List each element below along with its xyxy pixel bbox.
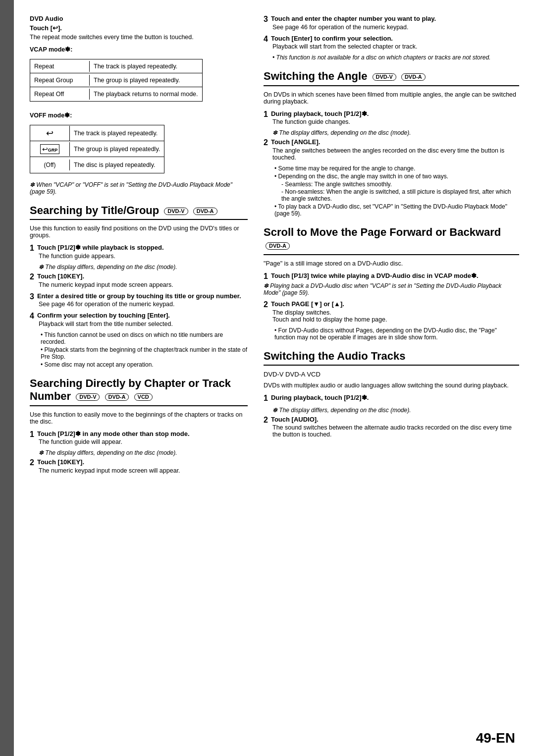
side-tab xyxy=(0,0,14,756)
audio-step-1-num: 1 xyxy=(264,394,268,403)
title-step-1-body: The function guide appears. xyxy=(39,253,248,260)
angle-step-1-header: 1 During playback, touch [P1/2]✽. xyxy=(264,110,519,119)
scroll-step-1-text: Touch [P1/3] twice while playing a DVD-A… xyxy=(271,272,479,281)
searching-chapter-intro: Use this function to easily move to the … xyxy=(30,411,248,425)
chapter-step-2-text: Touch [10KEY]. xyxy=(37,458,84,467)
voff-desc-3: The disc is played repeatedly. xyxy=(70,160,164,170)
chapter-step-3: 3 Touch and enter the chapter number you… xyxy=(264,15,519,31)
angle-italic-1: ✽ The display differs, depending on the … xyxy=(272,129,519,136)
searching-chapter-section: Searching Directly by Chapter or TrackNu… xyxy=(30,377,248,474)
scroll-step-1-header: 1 Touch [P1/3] twice while playing a DVD… xyxy=(264,272,519,281)
voff-row-3: (Off) The disc is played repeatedly. xyxy=(30,157,164,173)
badge-dvdv-1: DVD-V xyxy=(164,208,188,215)
title-step-4-body: Playback will start from the title numbe… xyxy=(39,321,248,327)
angle-sub-2: Non-seamless: When the angle is switched… xyxy=(281,188,519,202)
dvd-audio-section: DVD Audio Touch [↩]. The repeat mode swi… xyxy=(30,15,248,195)
repeat-label-3: Repeat Off xyxy=(30,89,90,100)
searching-title-group-title: Searching by Title/Group xyxy=(30,204,159,216)
page-number: 49-EN xyxy=(476,730,515,746)
title-bullet-3: Some disc may not accept any operation. xyxy=(41,361,248,368)
title-step-2: 2 Touch [10KEY]. The numeric keypad inpu… xyxy=(30,272,248,288)
badge-dvda-1: DVD-A xyxy=(193,208,217,215)
chapter-step-1-num: 1 xyxy=(30,430,34,439)
angle-step-2-text: Touch [ANGLE]. xyxy=(271,138,320,147)
title-bullet-2: Playback starts from the beginning of th… xyxy=(41,346,248,360)
chapter-step-4-body: Playback will start from the selected ch… xyxy=(272,43,519,50)
scroll-step-2-text: Touch PAGE [▼] or [▲]. xyxy=(271,300,344,309)
audio-step-1: 1 During playback, touch [P1/2]✽. xyxy=(264,394,519,403)
scroll-step-2-header: 2 Touch PAGE [▼] or [▲]. xyxy=(264,300,519,309)
chapter-step-2-body: The numeric keypad input mode screen wil… xyxy=(39,467,248,474)
chapter-step-3-num: 3 xyxy=(264,15,268,24)
audio-step-2-text: Touch [AUDIO]. xyxy=(271,416,319,425)
angle-step-2-num: 2 xyxy=(264,138,268,147)
title-step-4-num: 4 xyxy=(30,312,34,321)
badge-dvda-5: DVD-A xyxy=(285,371,305,378)
title-step-2-num: 2 xyxy=(30,272,34,281)
badge-vcd-2: VCD xyxy=(307,371,320,378)
title-step-3-num: 3 xyxy=(30,292,34,301)
searching-title-intro: Use this function to easily find positio… xyxy=(30,225,248,239)
chapter-step-4: 4 Touch [Enter] to confirm your selectio… xyxy=(264,35,519,51)
chapter-step-2-num: 2 xyxy=(30,458,34,467)
switching-audio-section: Switching the Audio Tracks DVD-V DVD-A V… xyxy=(264,350,519,438)
touch-label: Touch [↩]. xyxy=(30,24,248,32)
angle-step-1-text: During playback, touch [P1/2]✽. xyxy=(271,110,369,119)
angle-sub-1: Seamless: The angle switches smoothly. xyxy=(281,181,519,188)
title-step-1-text: Touch [P1/2]✽ while playback is stopped. xyxy=(37,244,164,253)
angle-step-2-body: The angle switches between the angles re… xyxy=(272,147,519,161)
voff-icon-2: ↩GRP xyxy=(30,142,70,156)
chapter-step-4-text: Touch [Enter] to confirm your selection. xyxy=(271,35,393,44)
angle-step-1: 1 During playback, touch [P1/2]✽. The fu… xyxy=(264,110,519,126)
repeat-table: Repeat The track is played repeatedly. R… xyxy=(30,59,203,102)
scroll-step-2: 2 Touch PAGE [▼] or [▲]. The display swi… xyxy=(264,300,519,323)
angle-step-1-body: The function guide changes. xyxy=(272,118,519,125)
scroll-step-1-num: 1 xyxy=(264,272,268,281)
scroll-step-1: 1 Touch [P1/3] twice while playing a DVD… xyxy=(264,272,519,297)
title-step-1-num: 1 xyxy=(30,244,34,253)
chapter-step-1: 1 Touch [P1/2]✽ in any mode other than s… xyxy=(30,430,248,446)
chapter-step-3-body: See page 46 for operation of the numeric… xyxy=(272,24,519,31)
voff-icon-1: ↩ xyxy=(30,126,70,141)
angle-bullet-3: To play back a DVD-Audio disc, set "VCAP… xyxy=(274,203,519,217)
title-italic-1: ✽ The display differs, depending on the … xyxy=(39,264,248,270)
title-step-3: 3 Enter a desired title or group by touc… xyxy=(30,292,248,308)
switching-audio-header: Switching the Audio Tracks xyxy=(264,350,519,366)
audio-badges: DVD-V DVD-A VCD xyxy=(264,371,519,378)
voff-table: ↩ The track is played repeatedly. ↩GRP T… xyxy=(30,125,164,173)
title-step-2-header: 2 Touch [10KEY]. xyxy=(30,272,248,281)
switching-audio-title: Switching the Audio Tracks xyxy=(264,350,405,362)
scroll-page-intro: "Page" is a still image stored on a DVD-… xyxy=(264,260,519,267)
chapter-step-2-header: 2 Touch [10KEY]. xyxy=(30,458,248,467)
title-step-2-text: Touch [10KEY]. xyxy=(37,272,84,281)
scroll-step-2-body1: The display switches.Touch and hold to d… xyxy=(272,309,519,323)
switching-angle-intro: On DVDs in which scenes have been filmed… xyxy=(264,91,519,105)
chapter-step-1-body: The function guide will appear. xyxy=(39,438,248,445)
voff-desc-2: The group is played repeatedly. xyxy=(70,144,164,155)
title-step-1-header: 1 Touch [P1/2]✽ while playback is stoppe… xyxy=(30,244,248,253)
switching-audio-intro: DVDs with multiplex audio or audio langu… xyxy=(264,382,519,389)
voff-row-1: ↩ The track is played repeatedly. xyxy=(30,125,164,141)
title-step-4-header: 4 Confirm your selection by touching [En… xyxy=(30,312,248,321)
touch-desc: The repeat mode switches every time the … xyxy=(30,34,248,41)
page: DVD Audio Touch [↩]. The repeat mode swi… xyxy=(0,0,535,756)
searching-chapter-header: Searching Directly by Chapter or TrackNu… xyxy=(30,377,248,406)
repeat-row-2: Repeat Group The group is played repeate… xyxy=(30,73,202,87)
audio-step-2-num: 2 xyxy=(264,416,268,425)
touch-label-bold: Touch [↩]. xyxy=(30,24,62,32)
title-step-3-header: 3 Enter a desired title or group by touc… xyxy=(30,292,248,301)
chapter-step-3-text: Touch and enter the chapter number you w… xyxy=(271,15,436,24)
chapter-step-4-num: 4 xyxy=(264,35,268,44)
repeat-label-1: Repeat xyxy=(30,61,90,72)
repeat-row-1: Repeat The track is played repeatedly. xyxy=(30,59,202,73)
switching-angle-section: Switching the Angle DVD-V DVD-A On DVDs … xyxy=(264,70,519,217)
repeat-desc-1: The track is played repeatedly. xyxy=(90,61,202,72)
title-step-2-body: The numeric keypad input mode screen app… xyxy=(39,281,248,288)
dvd-audio-header: DVD Audio xyxy=(30,15,248,22)
vcap-label: VCAP mode✽: xyxy=(30,46,248,53)
chapter-step-1-header: 1 Touch [P1/2]✽ in any mode other than s… xyxy=(30,430,248,439)
left-column: DVD Audio Touch [↩]. The repeat mode swi… xyxy=(30,15,248,736)
angle-bullet-2: Depending on the disc, the angle may swi… xyxy=(274,173,519,180)
repeat-label-2: Repeat Group xyxy=(30,75,90,86)
angle-step-2: 2 Touch [ANGLE]. The angle switches betw… xyxy=(264,138,519,161)
